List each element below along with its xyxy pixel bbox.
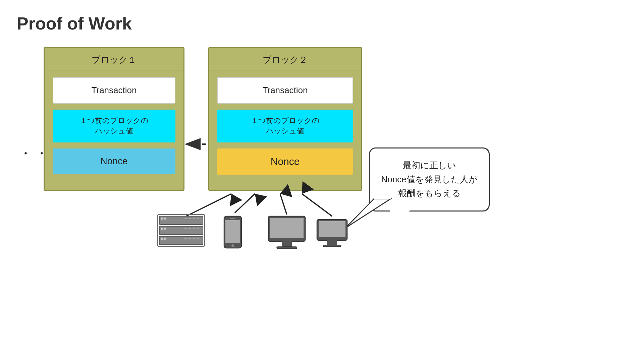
svg-rect-21	[189, 228, 191, 229]
svg-rect-32	[224, 216, 241, 248]
svg-rect-41	[319, 221, 345, 237]
svg-rect-16	[197, 218, 199, 219]
svg-point-34	[231, 244, 234, 247]
svg-rect-17	[159, 226, 203, 235]
svg-rect-42	[327, 240, 337, 245]
svg-rect-39	[277, 247, 297, 249]
block2-nonce: Nonce	[217, 148, 353, 175]
svg-rect-11	[161, 218, 163, 220]
block2-hash: １つ前のブロックのハッシュ値	[217, 110, 353, 142]
svg-rect-20	[184, 228, 187, 229]
monitor-icon	[268, 216, 305, 249]
svg-rect-33	[225, 220, 240, 243]
svg-rect-19	[164, 228, 166, 230]
svg-line-4	[235, 194, 255, 213]
server-icon	[158, 215, 205, 246]
svg-rect-10	[159, 216, 203, 225]
speech-bubble: 最初に正しい Nonce値を発見した人が 報酬をもらえる	[369, 147, 490, 212]
svg-line-6	[302, 194, 332, 216]
svg-rect-13	[184, 218, 187, 219]
block1-nonce: Nonce	[53, 148, 175, 174]
speech-line1: 最初に正しい	[403, 160, 456, 170]
block2-transaction: Transaction	[217, 77, 353, 104]
block1: ブロック１ Transaction １つ前のブロックのハッシュ値 Nonce	[44, 47, 184, 191]
page-title: Proof of Work	[17, 13, 132, 34]
svg-rect-30	[197, 238, 199, 239]
svg-rect-25	[161, 238, 163, 240]
svg-rect-28	[189, 238, 191, 239]
svg-rect-26	[164, 238, 166, 240]
svg-rect-29	[193, 238, 195, 239]
monitor-small-icon	[317, 220, 347, 247]
block2: ブロック２ Transaction １つ前のブロックのハッシュ値 Nonce	[208, 47, 362, 191]
svg-rect-35	[230, 218, 235, 219]
svg-rect-14	[189, 218, 191, 219]
svg-rect-36	[268, 216, 305, 241]
svg-rect-40	[317, 220, 347, 240]
svg-rect-31	[158, 215, 205, 246]
svg-rect-22	[193, 228, 195, 229]
block1-transaction: Transaction	[53, 77, 175, 104]
speech-line2: Nonce値を発見した人が	[381, 174, 477, 184]
svg-rect-15	[193, 218, 195, 219]
svg-rect-23	[197, 228, 199, 229]
phone-icon	[224, 216, 241, 248]
block1-hash: １つ前のブロックのハッシュ値	[53, 110, 175, 142]
block1-header: ブロック１	[45, 48, 183, 70]
svg-rect-37	[270, 218, 304, 238]
svg-rect-43	[323, 245, 341, 247]
block2-body: Transaction １つ前のブロックのハッシュ値 Nonce	[209, 70, 361, 181]
svg-line-5	[280, 194, 287, 215]
block1-body: Transaction １つ前のブロックのハッシュ値 Nonce	[45, 70, 183, 181]
svg-rect-18	[161, 228, 163, 230]
svg-rect-27	[184, 238, 187, 239]
svg-rect-12	[164, 218, 166, 220]
svg-rect-38	[282, 241, 292, 247]
svg-line-3	[186, 194, 231, 216]
speech-line3: 報酬をもらえる	[398, 188, 461, 198]
svg-rect-24	[159, 236, 203, 245]
block2-header: ブロック２	[209, 48, 361, 70]
